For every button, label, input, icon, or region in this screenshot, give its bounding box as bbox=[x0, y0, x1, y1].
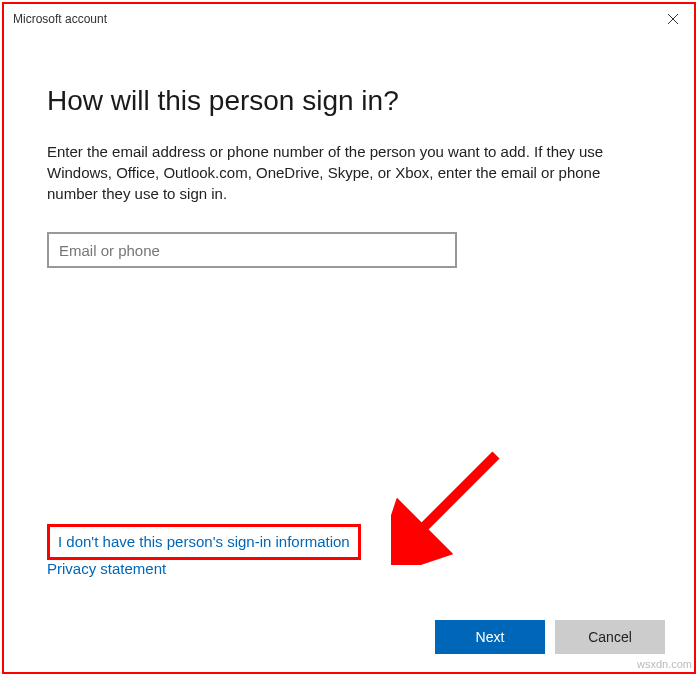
next-button[interactable]: Next bbox=[435, 620, 545, 654]
dialog-window: Microsoft account How will this person s… bbox=[2, 2, 696, 674]
close-button[interactable] bbox=[650, 3, 695, 35]
annotation-highlight: I don't have this person's sign-in infor… bbox=[47, 524, 361, 560]
email-or-phone-input[interactable] bbox=[47, 232, 457, 268]
page-heading: How will this person sign in? bbox=[47, 85, 651, 117]
dialog-content: How will this person sign in? Enter the … bbox=[3, 35, 695, 601]
privacy-statement-link[interactable]: Privacy statement bbox=[47, 560, 166, 577]
dialog-footer: Next Cancel bbox=[3, 601, 695, 673]
annotation-arrow-icon bbox=[391, 445, 511, 565]
svg-line-3 bbox=[411, 455, 496, 540]
cancel-button[interactable]: Cancel bbox=[555, 620, 665, 654]
no-signin-info-link[interactable]: I don't have this person's sign-in infor… bbox=[58, 533, 350, 550]
instructions-text: Enter the email address or phone number … bbox=[47, 141, 607, 204]
title-bar: Microsoft account bbox=[3, 3, 695, 35]
watermark-text: wsxdn.com bbox=[637, 658, 692, 670]
window-title: Microsoft account bbox=[13, 12, 650, 26]
close-icon bbox=[668, 11, 678, 27]
links-area: I don't have this person's sign-in infor… bbox=[47, 524, 361, 587]
